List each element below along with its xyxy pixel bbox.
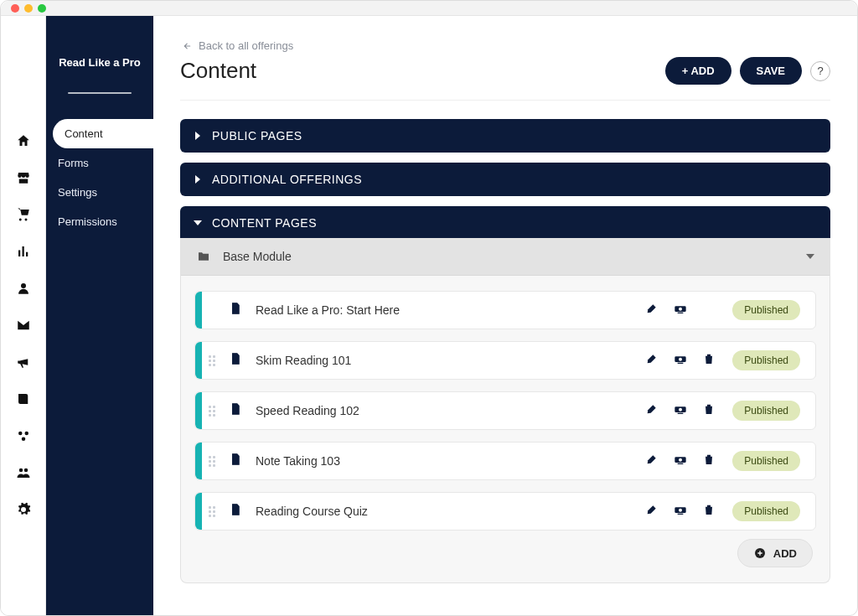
chevron-down-icon[interactable] xyxy=(806,254,814,259)
page-header: Content + ADD SAVE ? xyxy=(180,57,830,101)
user-icon[interactable] xyxy=(16,281,31,296)
section-public-pages: PUBLIC PAGES xyxy=(180,119,830,153)
sidebar-item-content[interactable]: Content xyxy=(53,119,153,148)
module-name: Base Module xyxy=(223,250,292,263)
delete-icon[interactable] xyxy=(702,453,716,469)
document-icon xyxy=(217,401,242,420)
page-row[interactable]: Note Taking 103Published xyxy=(194,442,816,480)
home-icon[interactable] xyxy=(16,133,31,148)
drag-handle-icon[interactable] xyxy=(209,506,217,517)
row-accent xyxy=(195,443,202,479)
triangle-right-icon xyxy=(195,132,200,140)
module-header[interactable]: Base Module xyxy=(181,238,830,276)
section-label: CONTENT PAGES xyxy=(212,216,317,230)
triangle-down-icon xyxy=(194,220,202,225)
svg-point-9 xyxy=(679,358,682,361)
preview-icon[interactable] xyxy=(674,302,687,318)
app-window: Read Like a Pro Content Forms Settings P… xyxy=(0,0,858,616)
edit-icon[interactable] xyxy=(645,302,659,318)
header-actions: + ADD SAVE ? xyxy=(665,57,830,85)
section-content-pages: CONTENT PAGES xyxy=(180,206,830,240)
sidebar-item-forms[interactable]: Forms xyxy=(46,148,153,178)
preview-icon[interactable] xyxy=(674,503,687,520)
page-row[interactable]: Reading Course QuizPublished xyxy=(194,492,816,531)
status-badge: Published xyxy=(732,401,800,421)
add-page-button[interactable]: ADD xyxy=(737,539,813,567)
svg-rect-19 xyxy=(678,514,684,515)
stats-icon[interactable] xyxy=(16,244,31,259)
row-actions xyxy=(645,503,716,520)
status-badge: Published xyxy=(732,501,800,521)
svg-point-2 xyxy=(21,437,25,442)
page-title: Skim Reading 101 xyxy=(256,354,645,367)
sidebar-nav: Content Forms Settings Permissions xyxy=(46,119,153,236)
preview-icon[interactable] xyxy=(674,453,687,469)
edit-icon[interactable] xyxy=(645,503,659,520)
store-icon[interactable] xyxy=(16,170,31,185)
svg-rect-10 xyxy=(678,363,684,364)
svg-point-4 xyxy=(23,468,28,473)
add-page-label: ADD xyxy=(773,547,797,560)
sidebar-divider xyxy=(68,92,132,94)
edit-icon[interactable] xyxy=(645,402,659,419)
section-public-pages-header[interactable]: PUBLIC PAGES xyxy=(180,119,830,153)
back-link[interactable]: Back to all offerings xyxy=(180,39,830,52)
icon-rail xyxy=(1,16,46,616)
sidebar-item-settings[interactable]: Settings xyxy=(46,178,153,207)
status-badge: Published xyxy=(732,350,800,370)
svg-point-0 xyxy=(18,432,23,436)
page-row[interactable]: Skim Reading 101Published xyxy=(194,341,816,380)
section-label: ADDITIONAL OFFERINGS xyxy=(212,173,362,186)
folder-icon xyxy=(196,250,211,263)
edit-icon[interactable] xyxy=(645,453,659,469)
page-title: Note Taking 103 xyxy=(256,454,645,468)
row-accent xyxy=(195,392,202,429)
row-actions xyxy=(645,453,716,469)
row-actions xyxy=(645,402,716,419)
section-additional-offerings-header[interactable]: ADDITIONAL OFFERINGS xyxy=(180,163,830,196)
mail-icon[interactable] xyxy=(16,318,31,333)
svg-point-1 xyxy=(24,432,28,436)
window-close-dot[interactable] xyxy=(11,4,19,13)
preview-icon[interactable] xyxy=(674,402,687,419)
main-content: Back to all offerings Content + ADD SAVE… xyxy=(153,16,857,616)
svg-point-18 xyxy=(679,509,682,512)
drag-handle-icon[interactable] xyxy=(209,355,217,366)
sidebar-item-permissions[interactable]: Permissions xyxy=(46,207,153,236)
drag-handle-icon[interactable] xyxy=(209,456,217,467)
svg-point-6 xyxy=(679,308,682,311)
document-icon xyxy=(217,452,242,470)
cart-icon[interactable] xyxy=(16,207,31,222)
add-button[interactable]: + ADD xyxy=(665,57,731,85)
settings-icon[interactable] xyxy=(16,502,31,517)
row-accent xyxy=(195,342,202,379)
svg-rect-7 xyxy=(678,313,684,313)
page-title: Reading Course Quiz xyxy=(256,505,645,518)
svg-point-15 xyxy=(679,458,682,462)
modules-icon[interactable] xyxy=(16,428,31,443)
save-button[interactable]: SAVE xyxy=(740,57,802,85)
document-icon xyxy=(217,502,242,520)
group-icon[interactable] xyxy=(16,465,31,480)
module-footer: ADD xyxy=(181,536,830,567)
row-accent xyxy=(195,292,202,329)
delete-icon[interactable] xyxy=(702,503,716,520)
document-icon xyxy=(217,301,242,319)
triangle-right-icon xyxy=(195,175,200,184)
edit-icon[interactable] xyxy=(645,352,659,369)
drag-handle-icon[interactable] xyxy=(209,406,217,417)
page-title: Speed Reading 102 xyxy=(256,404,645,417)
window-zoom-dot[interactable] xyxy=(38,4,46,13)
window-minimize-dot[interactable] xyxy=(24,4,33,13)
preview-icon[interactable] xyxy=(674,352,687,369)
megaphone-icon[interactable] xyxy=(16,355,31,370)
delete-icon[interactable] xyxy=(702,402,716,419)
content-pages-body: Base Module Read Like a Pro: Start HereP… xyxy=(180,238,830,583)
help-icon[interactable]: ? xyxy=(810,61,830,81)
delete-icon[interactable] xyxy=(702,352,716,369)
page-row[interactable]: Read Like a Pro: Start HerePublished xyxy=(194,291,816,329)
page-row[interactable]: Speed Reading 102Published xyxy=(194,391,816,430)
section-content-pages-header[interactable]: CONTENT PAGES xyxy=(180,206,830,240)
book-icon[interactable] xyxy=(16,391,31,406)
page-title: Content xyxy=(180,58,256,84)
